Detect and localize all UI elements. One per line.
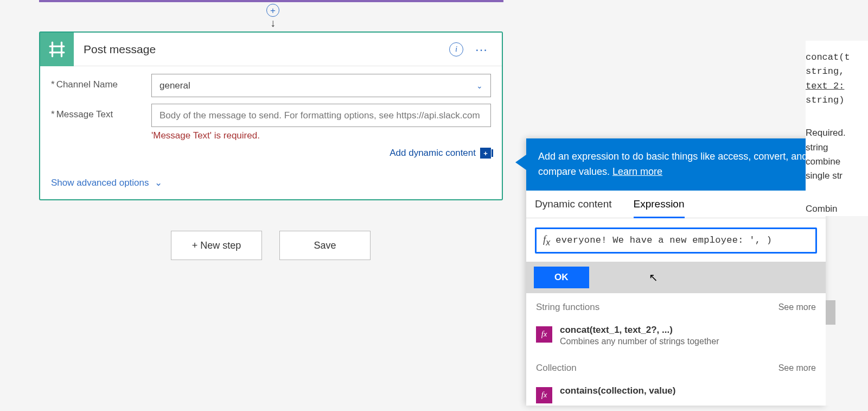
expression-banner: Add an expression to do basic things lik…	[526, 138, 826, 191]
channel-name-label: *Channel Name	[51, 74, 151, 97]
ok-button[interactable]: OK	[534, 267, 589, 288]
help-line: text_2:	[806, 79, 868, 93]
more-icon[interactable]: ···	[475, 42, 488, 57]
string-functions-header: String functions See more	[526, 293, 826, 319]
message-text-label: *Message Text	[51, 104, 151, 159]
concat-desc: Combines any number of strings together	[560, 337, 816, 346]
help-line: string	[806, 141, 868, 155]
help-tooltip: concat(t string, text_2: string) Require…	[806, 41, 868, 216]
new-step-button[interactable]: + New step	[171, 231, 262, 260]
card-header: Post message i ···	[40, 33, 502, 66]
expression-input-row: fx everyone! We have a new employee: ', …	[535, 227, 817, 254]
info-icon[interactable]: i	[449, 42, 463, 56]
help-line: string,	[806, 65, 868, 79]
ok-row: OK ↖	[526, 262, 826, 293]
learn-more-link[interactable]: Learn more	[612, 166, 662, 177]
message-text-validation: 'Message Text' is required.	[151, 130, 491, 141]
expression-tabs: Dynamic content Expression ˆ 2/2 ˇ	[526, 191, 826, 218]
string-functions-title: String functions	[536, 302, 599, 313]
message-text-row: *Message Text Body of the message to sen…	[51, 104, 491, 159]
tab-expression[interactable]: Expression	[634, 191, 694, 218]
message-text-input[interactable]: Body of the message to send. For formatt…	[151, 104, 491, 127]
channel-name-value: general	[159, 80, 190, 91]
card-title: Post message	[74, 43, 449, 56]
channel-name-label-text: Channel Name	[56, 79, 118, 90]
arrow-down-icon: ↓	[270, 17, 276, 28]
help-line: combine	[806, 155, 868, 169]
slack-icon	[40, 33, 74, 66]
help-line: string)	[806, 93, 868, 108]
fx-icon: fx	[536, 326, 552, 343]
collection-title: Collection	[536, 363, 577, 374]
cursor-icon: ↖	[649, 271, 658, 284]
chevron-down-icon: ⌄	[476, 81, 483, 90]
expression-banner-text: Add an expression to do basic things lik…	[538, 151, 807, 177]
help-line: Combin	[806, 202, 868, 216]
chevron-down-icon: ⌄	[155, 177, 162, 188]
flow-action-buttons: + New step Save	[171, 231, 371, 260]
panel-scrollbar[interactable]	[826, 300, 835, 406]
expression-input[interactable]: everyone! We have a new employee: ', )	[556, 235, 813, 245]
collection-header: Collection See more	[526, 354, 826, 380]
add-step-plus-icon[interactable]: +	[266, 4, 279, 17]
help-line: single str	[806, 169, 868, 183]
channel-name-select[interactable]: general ⌄	[151, 74, 491, 97]
expression-panel: Add an expression to do basic things lik…	[526, 138, 826, 406]
step-connector: + ↓	[266, 2, 279, 28]
tab-dynamic-content[interactable]: Dynamic content	[535, 191, 622, 218]
collection-see-more[interactable]: See more	[778, 363, 816, 373]
add-dynamic-content-text: Add dynamic content	[390, 148, 476, 159]
panel-pointer-icon	[515, 155, 526, 170]
fx-icon: fx	[539, 233, 556, 248]
show-advanced-text: Show advanced options	[51, 178, 149, 188]
contains-name: contains(collection, value)	[560, 385, 816, 396]
message-text-label-text: Message Text	[56, 109, 113, 119]
post-message-card: Post message i ··· *Channel Name general…	[39, 31, 503, 200]
add-dynamic-content-link[interactable]: Add dynamic content +	[390, 148, 491, 159]
concat-function-row[interactable]: fx concat(text_1, text_2?, ...) Combines…	[526, 319, 826, 354]
scrollbar-thumb[interactable]	[826, 300, 835, 325]
help-line: concat(t	[806, 50, 868, 65]
card-body: *Channel Name general ⌄ *Message Text Bo…	[40, 66, 502, 199]
save-button[interactable]: Save	[279, 231, 371, 260]
contains-function-row[interactable]: fx contains(collection, value)	[526, 380, 826, 406]
show-advanced-options[interactable]: Show advanced options ⌄	[51, 177, 162, 188]
string-see-more[interactable]: See more	[778, 302, 816, 312]
channel-name-row: *Channel Name general ⌄	[51, 74, 491, 97]
concat-name: concat(text_1, text_2?, ...)	[560, 325, 816, 336]
fx-icon: fx	[536, 387, 552, 403]
help-line: Required.	[806, 126, 868, 140]
dynamic-badge-icon: +	[480, 148, 491, 159]
